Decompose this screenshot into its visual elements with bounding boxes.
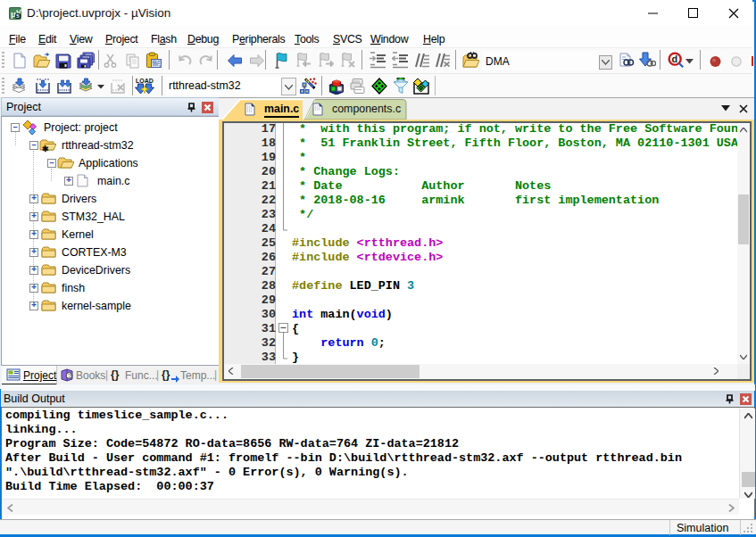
svg-text:d: d	[672, 54, 678, 64]
svg-text:?: ?	[68, 372, 71, 380]
svg-text:LOAD: LOAD	[136, 78, 154, 84]
svg-text:✱: ✱	[42, 145, 49, 153]
